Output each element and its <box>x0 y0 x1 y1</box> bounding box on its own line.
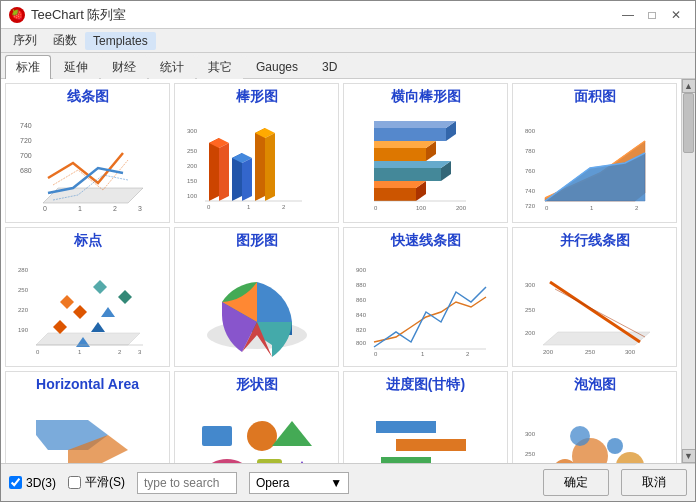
svg-text:300: 300 <box>187 128 198 134</box>
svg-rect-94 <box>202 426 232 446</box>
confirm-button[interactable]: 确定 <box>543 469 609 496</box>
svg-marker-96 <box>272 421 312 446</box>
window-title: TeeChart 陈列室 <box>31 6 126 24</box>
svg-point-95 <box>247 421 277 451</box>
svg-text:200: 200 <box>187 163 198 169</box>
svg-text:250: 250 <box>525 451 536 457</box>
svg-text:200: 200 <box>456 205 467 211</box>
cancel-button[interactable]: 取消 <box>621 469 687 496</box>
maximize-button[interactable]: □ <box>641 6 663 24</box>
svg-marker-14 <box>209 138 219 201</box>
chart-title-gantt: 进度图(甘特) <box>386 376 465 394</box>
svg-text:700: 700 <box>20 152 32 159</box>
svg-text:0: 0 <box>374 351 378 357</box>
chart-area-scatter: 280 250 220 190 <box>10 252 165 362</box>
svg-text:250: 250 <box>525 307 536 313</box>
scroll-up-button[interactable]: ▲ <box>682 79 696 93</box>
dropdown-select[interactable]: Opera ▼ <box>249 472 349 494</box>
chart-area-gantt <box>348 396 503 463</box>
svg-text:300: 300 <box>525 431 536 437</box>
title-bar: 🍓 TeeChart 陈列室 — □ ✕ <box>1 1 695 29</box>
svg-text:2: 2 <box>113 205 117 212</box>
checkbox-3d-text: 3D(3) <box>26 476 56 490</box>
checkbox-3d[interactable] <box>9 476 22 489</box>
title-bar-left: 🍓 TeeChart 陈列室 <box>9 6 126 24</box>
checkbox-3d-label[interactable]: 3D(3) <box>9 476 56 490</box>
svg-marker-30 <box>374 148 426 161</box>
close-button[interactable]: ✕ <box>665 6 687 24</box>
scroll-down-button[interactable]: ▼ <box>682 449 696 463</box>
tab-extended[interactable]: 延伸 <box>53 55 99 79</box>
svg-line-84 <box>555 289 645 337</box>
scrollbar-thumb[interactable] <box>683 93 694 153</box>
chart-cell-gantt[interactable]: 进度图(甘特) <box>343 371 508 463</box>
svg-text:200: 200 <box>543 349 554 355</box>
svg-rect-102 <box>396 439 466 451</box>
chart-cell-line3d[interactable]: 线条图 740 720 700 680 <box>5 83 170 223</box>
svg-marker-32 <box>374 141 436 148</box>
svg-text:200: 200 <box>525 330 536 336</box>
tab-finance[interactable]: 财经 <box>101 55 147 79</box>
tab-other[interactable]: 其它 <box>197 55 243 79</box>
tab-3d[interactable]: 3D <box>311 56 348 77</box>
search-input[interactable] <box>137 472 237 494</box>
chart-title-hbar3d: 横向棒形图 <box>391 88 461 106</box>
chart-area-harea <box>10 394 165 463</box>
svg-text:300: 300 <box>625 349 636 355</box>
chart-cell-scatter[interactable]: 标点 280 250 220 190 <box>5 227 170 367</box>
svg-text:0: 0 <box>545 205 549 211</box>
chart-area-fastline: 900 880 860 840 820 800 0 <box>348 252 503 362</box>
svg-text:2: 2 <box>118 349 122 355</box>
chart-cell-pie[interactable]: 图形图 <box>174 227 339 367</box>
svg-text:1: 1 <box>590 205 594 211</box>
checkbox-smooth-label[interactable]: 平滑(S) <box>68 474 125 491</box>
chart-title-scatter: 标点 <box>74 232 102 250</box>
svg-text:0: 0 <box>374 205 378 211</box>
chart-cell-shape[interactable]: 形状图 <box>174 371 339 463</box>
svg-point-109 <box>607 438 623 454</box>
bottom-bar: 3D(3) 平滑(S) Opera ▼ 确定 取消 <box>1 463 695 501</box>
svg-text:800: 800 <box>525 128 536 134</box>
svg-text:100: 100 <box>187 193 198 199</box>
svg-text:840: 840 <box>356 312 367 318</box>
svg-text:1: 1 <box>421 351 425 357</box>
svg-marker-29 <box>374 121 456 128</box>
svg-text:250: 250 <box>18 287 29 293</box>
scrollbar[interactable]: ▲ ▼ <box>681 79 695 463</box>
chart-area-area3d: 800 780 760 740 720 <box>517 108 672 218</box>
app-icon: 🍓 <box>9 7 25 23</box>
tab-gauges[interactable]: Gauges <box>245 56 309 77</box>
tab-stats[interactable]: 统计 <box>149 55 195 79</box>
svg-marker-57 <box>36 333 140 345</box>
chart-cell-bar3d[interactable]: 棒形图 300 250 200 150 100 <box>174 83 339 223</box>
chart-grid-container[interactable]: 线条图 740 720 700 680 <box>1 79 681 463</box>
chart-cell-bubble[interactable]: 泡泡图 300 250 <box>512 371 677 463</box>
svg-text:760: 760 <box>525 168 536 174</box>
menu-item-sequence[interactable]: 序列 <box>5 30 45 51</box>
svg-text:220: 220 <box>18 307 29 313</box>
svg-marker-16 <box>219 143 229 201</box>
checkbox-smooth[interactable] <box>68 476 81 489</box>
tab-standard[interactable]: 标准 <box>5 55 51 80</box>
svg-marker-33 <box>374 168 441 181</box>
scrollbar-track[interactable] <box>682 93 695 449</box>
chart-cell-fastline[interactable]: 快速线条图 900 880 860 840 820 800 <box>343 227 508 367</box>
chart-cell-area3d[interactable]: 面积图 800 780 760 740 720 <box>512 83 677 223</box>
chart-cell-parallel[interactable]: 并行线条图 300 250 200 <box>512 227 677 367</box>
svg-marker-27 <box>374 128 446 141</box>
svg-text:100: 100 <box>416 205 427 211</box>
svg-text:740: 740 <box>525 188 536 194</box>
chart-cell-harea[interactable]: Horizontal Area <box>5 371 170 463</box>
chart-area-bar3d: 300 250 200 150 100 <box>179 108 334 218</box>
svg-text:720: 720 <box>525 203 536 209</box>
tabs-bar: 标准 延伸 财经 统计 其它 Gauges 3D <box>1 53 695 79</box>
svg-text:190: 190 <box>18 327 29 333</box>
menu-item-function[interactable]: 函数 <box>45 30 85 51</box>
svg-marker-63 <box>101 307 115 317</box>
minimize-button[interactable]: — <box>617 6 639 24</box>
svg-marker-64 <box>118 290 132 304</box>
chart-cell-hbar3d[interactable]: 横向棒形图 <box>343 83 508 223</box>
svg-text:740: 740 <box>20 122 32 129</box>
svg-text:280: 280 <box>18 267 29 273</box>
menu-item-templates[interactable]: Templates <box>85 32 156 50</box>
